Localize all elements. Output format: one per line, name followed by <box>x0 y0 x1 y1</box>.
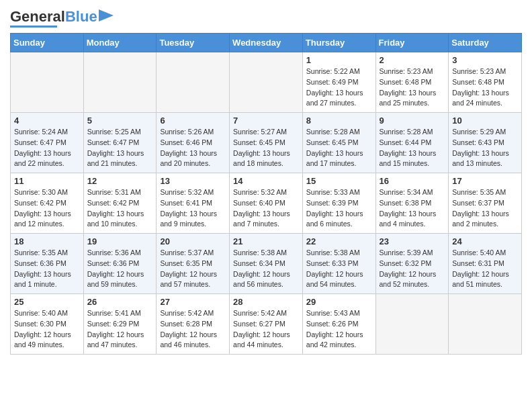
day-info: Sunrise: 5:38 AMSunset: 6:34 PMDaylight:… <box>233 248 299 290</box>
calendar-day-19: 19Sunrise: 5:36 AMSunset: 6:36 PMDayligh… <box>83 234 157 294</box>
day-number: 27 <box>160 297 226 307</box>
weekday-header-monday: Monday <box>83 34 157 52</box>
day-info: Sunrise: 5:26 AMSunset: 6:46 PMDaylight:… <box>160 127 226 169</box>
calendar-day-17: 17Sunrise: 5:35 AMSunset: 6:37 PMDayligh… <box>449 173 522 234</box>
calendar-day-12: 12Sunrise: 5:31 AMSunset: 6:42 PMDayligh… <box>83 173 157 234</box>
calendar-empty-cell <box>375 294 449 355</box>
day-number: 16 <box>380 176 445 186</box>
calendar-empty-cell <box>11 52 84 113</box>
day-number: 11 <box>14 176 80 186</box>
day-info: Sunrise: 5:37 AMSunset: 6:35 PMDaylight:… <box>160 248 226 290</box>
calendar-day-14: 14Sunrise: 5:32 AMSunset: 6:40 PMDayligh… <box>230 173 303 234</box>
logo-arrow-icon <box>99 9 114 21</box>
day-info: Sunrise: 5:22 AMSunset: 6:49 PMDaylight:… <box>306 66 372 109</box>
calendar-day-6: 6Sunrise: 5:26 AMSunset: 6:46 PMDaylight… <box>157 113 230 173</box>
weekday-header-sunday: Sunday <box>11 34 84 52</box>
logo: GeneralBlue <box>10 7 114 28</box>
logo-text: GeneralBlue <box>10 9 97 24</box>
weekday-header-row: SundayMondayTuesdayWednesdayThursdayFrid… <box>11 34 522 52</box>
day-info: Sunrise: 5:27 AMSunset: 6:45 PMDaylight:… <box>233 127 299 169</box>
calendar-week-row: 25Sunrise: 5:40 AMSunset: 6:30 PMDayligh… <box>11 294 522 355</box>
day-number: 6 <box>160 116 226 126</box>
day-number: 23 <box>380 236 445 246</box>
calendar-empty-cell <box>157 52 230 113</box>
day-number: 13 <box>160 176 226 186</box>
day-number: 3 <box>452 55 518 65</box>
day-number: 12 <box>87 176 153 186</box>
calendar-day-29: 29Sunrise: 5:43 AMSunset: 6:26 PMDayligh… <box>302 294 375 355</box>
calendar-day-1: 1Sunrise: 5:22 AMSunset: 6:49 PMDaylight… <box>302 52 375 113</box>
day-number: 8 <box>306 116 372 126</box>
calendar-week-row: 4Sunrise: 5:24 AMSunset: 6:47 PMDaylight… <box>11 113 522 173</box>
day-info: Sunrise: 5:35 AMSunset: 6:37 PMDaylight:… <box>452 187 518 230</box>
calendar-day-16: 16Sunrise: 5:34 AMSunset: 6:38 PMDayligh… <box>375 173 449 234</box>
day-info: Sunrise: 5:29 AMSunset: 6:43 PMDaylight:… <box>452 127 518 169</box>
day-info: Sunrise: 5:32 AMSunset: 6:41 PMDaylight:… <box>160 187 226 230</box>
day-number: 1 <box>306 55 372 65</box>
day-number: 19 <box>87 236 153 246</box>
day-info: Sunrise: 5:28 AMSunset: 6:44 PMDaylight:… <box>380 127 445 169</box>
day-number: 2 <box>380 55 445 65</box>
calendar-day-9: 9Sunrise: 5:28 AMSunset: 6:44 PMDaylight… <box>375 113 449 173</box>
day-info: Sunrise: 5:35 AMSunset: 6:36 PMDaylight:… <box>14 248 80 290</box>
day-info: Sunrise: 5:34 AMSunset: 6:38 PMDaylight:… <box>380 187 445 230</box>
weekday-header-friday: Friday <box>375 34 449 52</box>
day-number: 17 <box>452 176 518 186</box>
calendar-day-18: 18Sunrise: 5:35 AMSunset: 6:36 PMDayligh… <box>11 234 84 294</box>
day-number: 26 <box>87 297 153 307</box>
calendar-day-2: 2Sunrise: 5:23 AMSunset: 6:48 PMDaylight… <box>375 52 449 113</box>
calendar-week-row: 11Sunrise: 5:30 AMSunset: 6:42 PMDayligh… <box>11 173 522 234</box>
calendar-day-23: 23Sunrise: 5:39 AMSunset: 6:32 PMDayligh… <box>375 234 449 294</box>
day-number: 9 <box>380 116 445 126</box>
calendar-day-22: 22Sunrise: 5:38 AMSunset: 6:33 PMDayligh… <box>302 234 375 294</box>
weekday-header-thursday: Thursday <box>302 34 375 52</box>
day-info: Sunrise: 5:41 AMSunset: 6:29 PMDaylight:… <box>87 308 153 351</box>
calendar-week-row: 18Sunrise: 5:35 AMSunset: 6:36 PMDayligh… <box>11 234 522 294</box>
calendar-table: SundayMondayTuesdayWednesdayThursdayFrid… <box>10 33 522 355</box>
day-info: Sunrise: 5:40 AMSunset: 6:30 PMDaylight:… <box>14 308 80 351</box>
day-info: Sunrise: 5:43 AMSunset: 6:26 PMDaylight:… <box>306 308 372 351</box>
day-number: 18 <box>14 236 80 246</box>
day-number: 15 <box>306 176 372 186</box>
calendar-day-11: 11Sunrise: 5:30 AMSunset: 6:42 PMDayligh… <box>11 173 84 234</box>
day-number: 7 <box>233 116 299 126</box>
calendar-day-27: 27Sunrise: 5:42 AMSunset: 6:28 PMDayligh… <box>157 294 230 355</box>
calendar-day-15: 15Sunrise: 5:33 AMSunset: 6:39 PMDayligh… <box>302 173 375 234</box>
day-info: Sunrise: 5:33 AMSunset: 6:39 PMDaylight:… <box>306 187 372 230</box>
calendar-day-13: 13Sunrise: 5:32 AMSunset: 6:41 PMDayligh… <box>157 173 230 234</box>
day-info: Sunrise: 5:31 AMSunset: 6:42 PMDaylight:… <box>87 187 153 230</box>
calendar-day-25: 25Sunrise: 5:40 AMSunset: 6:30 PMDayligh… <box>11 294 84 355</box>
calendar-day-21: 21Sunrise: 5:38 AMSunset: 6:34 PMDayligh… <box>230 234 303 294</box>
day-info: Sunrise: 5:39 AMSunset: 6:32 PMDaylight:… <box>380 248 445 290</box>
day-info: Sunrise: 5:25 AMSunset: 6:47 PMDaylight:… <box>87 127 153 169</box>
day-info: Sunrise: 5:40 AMSunset: 6:31 PMDaylight:… <box>452 248 518 290</box>
day-info: Sunrise: 5:28 AMSunset: 6:45 PMDaylight:… <box>306 127 372 169</box>
day-info: Sunrise: 5:30 AMSunset: 6:42 PMDaylight:… <box>14 187 80 230</box>
calendar-day-20: 20Sunrise: 5:37 AMSunset: 6:35 PMDayligh… <box>157 234 230 294</box>
page-header: GeneralBlue <box>10 7 522 28</box>
calendar-day-10: 10Sunrise: 5:29 AMSunset: 6:43 PMDayligh… <box>449 113 522 173</box>
svg-marker-0 <box>99 9 114 21</box>
calendar-day-28: 28Sunrise: 5:42 AMSunset: 6:27 PMDayligh… <box>230 294 303 355</box>
day-number: 5 <box>87 116 153 126</box>
calendar-day-3: 3Sunrise: 5:23 AMSunset: 6:48 PMDaylight… <box>449 52 522 113</box>
day-number: 25 <box>14 297 80 307</box>
day-number: 20 <box>160 236 226 246</box>
calendar-day-4: 4Sunrise: 5:24 AMSunset: 6:47 PMDaylight… <box>11 113 84 173</box>
day-number: 28 <box>233 297 299 307</box>
day-number: 10 <box>452 116 518 126</box>
day-number: 21 <box>233 236 299 246</box>
calendar-day-26: 26Sunrise: 5:41 AMSunset: 6:29 PMDayligh… <box>83 294 157 355</box>
calendar-empty-cell <box>83 52 157 113</box>
weekday-header-tuesday: Tuesday <box>157 34 230 52</box>
day-info: Sunrise: 5:38 AMSunset: 6:33 PMDaylight:… <box>306 248 372 290</box>
day-info: Sunrise: 5:42 AMSunset: 6:28 PMDaylight:… <box>160 308 226 351</box>
day-number: 29 <box>306 297 372 307</box>
day-info: Sunrise: 5:23 AMSunset: 6:48 PMDaylight:… <box>452 66 518 109</box>
calendar-empty-cell <box>230 52 303 113</box>
day-number: 4 <box>14 116 80 126</box>
calendar-day-5: 5Sunrise: 5:25 AMSunset: 6:47 PMDaylight… <box>83 113 157 173</box>
weekday-header-saturday: Saturday <box>449 34 522 52</box>
calendar-day-8: 8Sunrise: 5:28 AMSunset: 6:45 PMDaylight… <box>302 113 375 173</box>
logo-underline <box>10 26 57 28</box>
